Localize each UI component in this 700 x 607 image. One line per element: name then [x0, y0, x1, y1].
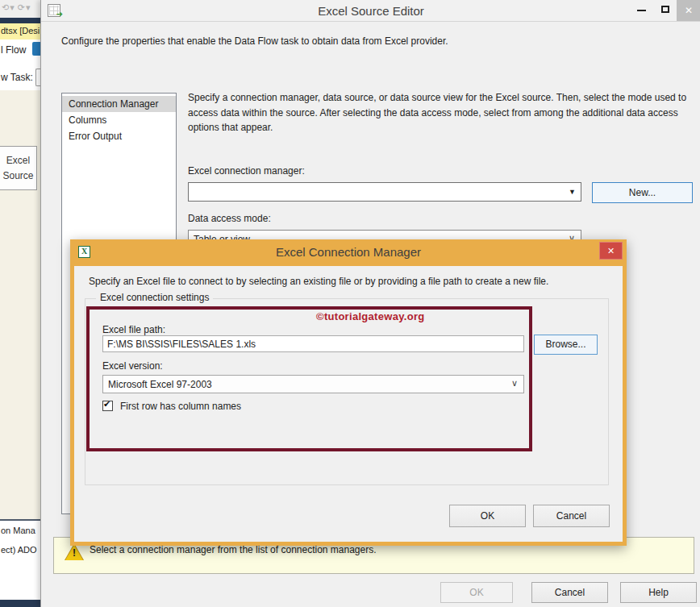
close-icon[interactable]: ✕ [677, 0, 700, 21]
undo-icon[interactable]: ⟲ [2, 2, 9, 12]
browse-button[interactable]: Browse... [534, 335, 598, 355]
page-item-connection-manager[interactable]: Connection Manager [62, 96, 176, 112]
new-button[interactable]: New... [592, 182, 693, 203]
page-description: Specify a connection manager, data sourc… [188, 90, 696, 135]
excel-connection-manager-dialog: X Excel Connection Manager ✕ Specify an … [70, 239, 627, 546]
connection-managers-panel: on Mana ect) ADO [0, 519, 40, 600]
connection-manager-combobox[interactable]: ▼ [188, 182, 581, 202]
caret-down-icon[interactable]: ▾ [10, 2, 15, 12]
connection-dialog-description: Specify an Excel file to connect to by s… [89, 276, 613, 287]
page-item-error-output[interactable]: Error Output [62, 128, 176, 144]
data-access-mode-label: Data access mode: [188, 213, 271, 224]
minimize-icon[interactable] [637, 10, 646, 11]
background-ide-strip: ⟲▾ ⟳▾ dtsx [Desi l Flow w Task: Excel So… [0, 0, 40, 607]
editor-ok-button[interactable]: OK [440, 582, 513, 603]
close-icon[interactable]: ✕ [599, 242, 623, 260]
document-tab[interactable]: dtsx [Desi [0, 23, 40, 39]
tutorial-highlight-box [86, 306, 532, 451]
connection-manager-item[interactable]: ect) ADO [1, 545, 37, 555]
ide-tab-area: l Flow w Task: [0, 39, 40, 90]
connection-settings-group-label: Excel connection settings [96, 292, 213, 303]
ide-status-bar [0, 600, 40, 607]
connection-managers-header: on Mana [1, 526, 35, 535]
connection-dialog-title: Excel Connection Manager [70, 245, 627, 259]
editor-description: Configure the properties that enable the… [61, 35, 690, 47]
component-label-line2: Source [0, 168, 36, 184]
page-item-columns[interactable]: Columns [62, 112, 176, 128]
editor-window-title: Excel Source Editor [41, 4, 700, 18]
redo-icon[interactable]: ⟳ [18, 2, 25, 12]
warning-text: Select a connection manager from the lis… [90, 544, 377, 555]
caret-down-icon[interactable]: ▾ [26, 2, 31, 12]
editor-titlebar: ➜ Excel Source Editor ✕ [41, 0, 700, 22]
ide-toolbar: ⟲▾ ⟳▾ [0, 0, 40, 18]
flow-tab-label[interactable]: l Flow [1, 44, 26, 56]
flow-tab-icon [32, 42, 40, 56]
connection-manager-label: Excel connection manager: [188, 165, 305, 177]
screen: ⟲▾ ⟳▾ dtsx [Desi l Flow w Task: Excel So… [0, 0, 700, 607]
editor-cancel-button[interactable]: Cancel [531, 582, 608, 603]
maximize-icon[interactable] [661, 6, 669, 13]
editor-help-button[interactable]: Help [620, 582, 697, 603]
task-label: w Task: [1, 72, 33, 83]
connection-cancel-button[interactable]: Cancel [533, 505, 610, 527]
connection-ok-button[interactable]: OK [449, 505, 526, 527]
ide-dark-bar [0, 18, 40, 23]
dropdown-arrow-icon[interactable]: ▼ [569, 188, 576, 196]
excel-source-component[interactable]: Excel Source [0, 146, 37, 190]
component-label-line1: Excel [0, 153, 36, 168]
connection-dialog-body: Specify an Excel file to connect to by s… [74, 266, 623, 542]
